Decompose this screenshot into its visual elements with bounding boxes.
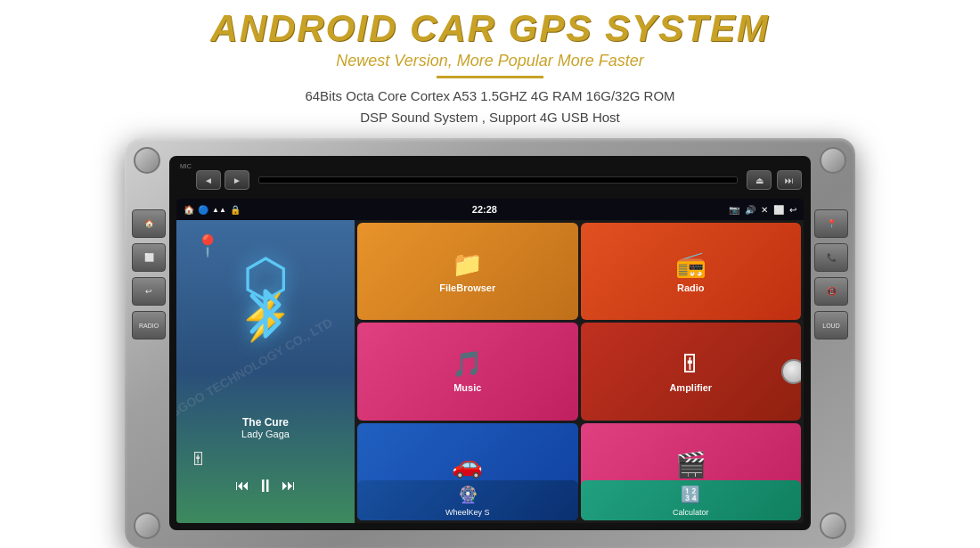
mount-tab-tr bbox=[820, 147, 846, 174]
radio-label: Radio bbox=[677, 282, 705, 293]
spec-line1: 64Bits Octa Core Cortex A53 1.5GHZ 4G RA… bbox=[0, 86, 980, 107]
bottom-app-row: 🎡 WheelKey S 🔢 Calculator bbox=[355, 480, 804, 523]
calculator-label: Calculator bbox=[673, 508, 709, 517]
amplifier-app[interactable]: 🎚 Amplifier bbox=[581, 323, 802, 420]
filebrowser-app[interactable]: 📁 FileBrowser bbox=[357, 223, 578, 320]
signal-icon: ▲▲ bbox=[212, 206, 226, 214]
wheelkey-bottom-label: WheelKey S bbox=[445, 508, 490, 517]
mount-tab-br bbox=[820, 512, 846, 539]
artist-name: Lady Gaga bbox=[241, 429, 290, 439]
lock-icon: 🔒 bbox=[230, 205, 241, 215]
screen-content: 📍 ⬡ ⚡ The Cure Lady Gaga bbox=[176, 220, 804, 523]
status-right: 📷 🔊 ✕ ⬜ ↩ bbox=[729, 205, 796, 215]
song-title: The Cure bbox=[241, 416, 290, 429]
camera-icon: 📷 bbox=[729, 205, 739, 215]
status-bar: 🏠 🔵 ▲▲ 🔒 22:28 📷 🔊 ✕ ⬜ ↩ bbox=[176, 199, 804, 220]
screen: 🏠 🔵 ▲▲ 🔒 22:28 📷 🔊 ✕ ⬜ ↩ bbox=[176, 199, 804, 523]
call-button[interactable]: 📞 bbox=[814, 243, 848, 272]
amplifier-icon: 🎚 bbox=[678, 349, 703, 379]
right-buttons: ⏏ ⏭ bbox=[747, 170, 802, 190]
left-side-buttons: 🏠 ⬜ ↩ RADIO bbox=[132, 209, 166, 339]
return-button[interactable]: ↩ bbox=[132, 277, 166, 306]
calc-icon: 🔢 bbox=[681, 485, 700, 504]
radio-button[interactable]: RADIO bbox=[132, 311, 166, 339]
next-button[interactable]: ⏭ bbox=[282, 478, 296, 494]
calculator-bottom[interactable]: 🔢 Calculator bbox=[581, 480, 802, 520]
wheelkey-icon: 🚗 bbox=[452, 450, 483, 479]
subtitle: Newest Version, More Popular More Faster bbox=[0, 52, 980, 70]
inner-frame: MIC ◄ ► ⏏ ⏭ 🏠 ⬜ ↩ RADIO bbox=[169, 156, 811, 530]
bluetooth-panel: 📍 ⬡ ⚡ The Cure Lady Gaga bbox=[176, 220, 355, 523]
filebrowser-icon: 📁 bbox=[452, 249, 483, 279]
back-button[interactable]: ⬜ bbox=[132, 243, 166, 272]
location-pin-icon: 📍 bbox=[194, 233, 221, 258]
home-status-icon: 🏠 bbox=[184, 205, 194, 215]
spec-text: 64Bits Octa Core Cortex A53 1.5GHZ 4G RA… bbox=[0, 86, 980, 128]
radio-icon: 📻 bbox=[675, 249, 706, 279]
loud-button[interactable]: LOUD bbox=[814, 311, 848, 339]
header-section: ANDROID CAR GPS SYSTEM Newest Version, M… bbox=[0, 0, 980, 128]
main-title: ANDROID CAR GPS SYSTEM bbox=[0, 7, 980, 50]
radio-unit: MIC ◄ ► ⏏ ⏭ 🏠 ⬜ ↩ RADIO bbox=[125, 138, 855, 548]
hangup-button[interactable]: 📵 bbox=[814, 277, 848, 306]
status-left: 🏠 🔵 ▲▲ 🔒 bbox=[184, 205, 241, 215]
music-icon: 🎵 bbox=[452, 349, 483, 379]
wheelkey-bottom[interactable]: 🎡 WheelKey S bbox=[357, 480, 578, 520]
playback-controls: ⏮ ⏸ ⏭ bbox=[235, 476, 296, 496]
mount-tab-tl bbox=[134, 147, 160, 174]
bt-main-icon bbox=[239, 282, 292, 355]
play-pause-button[interactable]: ⏸ bbox=[257, 476, 274, 496]
home-button[interactable]: 🏠 bbox=[132, 209, 166, 238]
top-strip: MIC ◄ ► ⏏ ⏭ bbox=[169, 163, 811, 197]
prev-button[interactable]: ⏮ bbox=[235, 478, 249, 494]
page-container: ANDROID CAR GPS SYSTEM Newest Version, M… bbox=[0, 0, 980, 548]
location-button[interactable]: 📍 bbox=[814, 209, 848, 238]
filebrowser-label: FileBrowser bbox=[439, 282, 495, 293]
spec-line2: DSP Sound System , Support 4G USB Host bbox=[0, 107, 980, 128]
avin-icon: 🎬 bbox=[675, 450, 706, 479]
divider-line bbox=[437, 76, 543, 78]
radio-app[interactable]: 📻 Radio bbox=[581, 223, 802, 320]
music-label: Music bbox=[453, 382, 481, 393]
mount-tab-bl bbox=[134, 512, 160, 539]
forward-button[interactable]: ► bbox=[225, 170, 249, 190]
close-icon: ✕ bbox=[761, 205, 768, 215]
volume-icon: 🔊 bbox=[745, 205, 755, 215]
time-display: 22:28 bbox=[472, 204, 497, 215]
outer-bezel: MIC ◄ ► ⏏ ⏭ 🏠 ⬜ ↩ RADIO bbox=[125, 138, 855, 548]
bt-status-icon: 🔵 bbox=[198, 205, 208, 215]
amplifier-label: Amplifier bbox=[669, 382, 712, 393]
right-side-buttons: 📍 📞 📵 LOUD bbox=[814, 209, 848, 339]
cd-slot bbox=[258, 176, 738, 184]
music-app[interactable]: 🎵 Music bbox=[357, 323, 578, 420]
eject-button[interactable]: ⏏ bbox=[747, 170, 772, 190]
mic-label: MIC bbox=[180, 163, 192, 169]
square-icon: ⬜ bbox=[773, 205, 784, 215]
power-button[interactable]: ⏭ bbox=[777, 170, 802, 190]
song-info: The Cure Lady Gaga bbox=[241, 416, 290, 439]
equalizer-icon: 🎚 bbox=[190, 449, 208, 470]
app-grid: 📁 FileBrowser 📻 Radio 🎵 Music bbox=[355, 220, 804, 523]
steering-icon: 🎡 bbox=[458, 485, 478, 504]
rewind-button[interactable]: ◄ bbox=[196, 170, 221, 190]
nav-buttons: ◄ ► bbox=[196, 170, 249, 190]
nav-icon: ↩ bbox=[789, 205, 796, 215]
amplifier-knob[interactable] bbox=[781, 359, 801, 384]
